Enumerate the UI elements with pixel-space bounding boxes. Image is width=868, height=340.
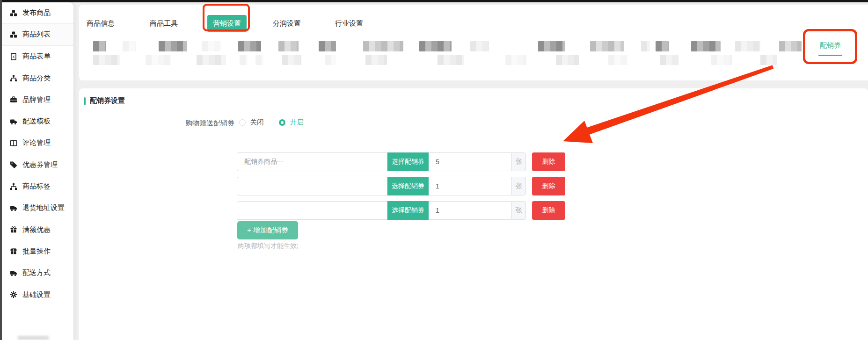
truck-icon [10,204,17,212]
redacted-block [470,41,489,51]
coupon-product-input[interactable] [237,201,387,220]
sidebar-item-label: 满额优惠 [22,225,51,234]
sidebar-item-label: 退货地址设置 [22,203,65,212]
sidebar-item-label: 基础设置 [22,290,51,299]
sidebar-item-label: 配送方式 [22,268,51,277]
qty-unit-suffix: 张 [511,152,526,171]
redacted-block [146,55,171,65]
coupon-qty-input[interactable] [429,152,511,171]
redacted-block [590,41,624,51]
redacted-block [255,55,263,65]
sidebar-item-label: 商品分类 [22,74,51,83]
select-coupon-button[interactable]: 选择配销券 [387,152,429,171]
sidebar-item-7[interactable]: 评论管理 [2,132,73,154]
gift-coupon-radio-group: 关闭开启 [239,118,304,127]
radio-dot[interactable] [239,119,246,126]
coupon-row-2: 选择配销券张删除 [237,177,565,195]
sidebar-item-11[interactable]: 满额优惠 [2,219,73,240]
subtab-peixiaoquan[interactable]: 配销券 [820,41,841,50]
redacted-block [608,55,627,65]
radio-dot[interactable] [279,119,285,126]
coupon-row-3: 选择配销券张删除 [237,201,565,220]
redacted-block [202,41,220,51]
redacted-block [760,55,777,65]
redacted-block [419,41,452,51]
radio-label: 开启 [290,118,304,127]
truck-icon [10,269,17,277]
sidebar-item-label: 批量操作 [22,247,51,256]
redacted-block [438,55,464,65]
sidebar-item-label: 商品标签 [22,182,51,191]
section-title-bar [84,97,86,105]
sidebar-item-9[interactable]: 商品标签 [2,175,73,197]
sidebar-item-2[interactable]: 商品列表 [2,24,73,45]
delete-row-button[interactable]: 删除 [532,201,565,220]
radio-option-off[interactable]: 关闭 [239,118,264,127]
select-coupon-button[interactable]: 选择配销券 [387,177,429,195]
qty-unit-suffix: 张 [511,177,526,195]
tab-3-active[interactable]: 营销设置 [207,15,247,32]
tabs-panel: 商品信息商品工具营销设置分润设置行业设置 配销券 [79,5,868,80]
redacted-block [556,55,579,65]
redacted-block [278,41,299,51]
radio-label: 关闭 [250,118,264,127]
redacted-block [282,55,301,65]
window-top-edge [0,0,868,2]
coupon-qty-input[interactable] [429,177,511,195]
tag-icon [10,161,17,168]
coupon-rows: 选择配销券张删除选择配销券张删除选择配销券张删除 [237,152,565,225]
briefcase-icon [10,96,17,103]
sidebar-item-12[interactable]: 批量操作 [2,240,73,262]
gift-icon [10,247,17,255]
add-coupon-button[interactable]: + 增加配销券 [237,221,298,239]
gift-coupon-label: 购物赠送配销券 [185,119,234,128]
sitemap-icon [10,183,17,190]
sidebar-item-5[interactable]: 品牌管理 [2,89,73,110]
redacted-block [93,41,106,51]
truck-icon [10,118,17,125]
sidebar-item-13[interactable]: 配送方式 [2,262,73,284]
redacted-block [363,41,403,51]
sidebar-item-3[interactable]: x商品表单 [2,46,73,67]
coupon-settings-panel: 配销券设置 购物赠送配销券 关闭开启 选择配销券张删除选择配销券张删除选择配销券… [79,88,868,340]
redacted-block [319,41,336,51]
svg-text:x: x [13,54,15,59]
redacted-block [240,55,248,65]
sidebar: 发布商品商品列表x商品表单商品分类品牌管理配送模板评论管理优惠券管理商品标签退货… [2,2,73,340]
sitemap-icon [10,74,17,82]
qty-unit-suffix: 张 [511,201,526,220]
radio-option-on[interactable]: 开启 [279,118,304,127]
delete-row-button[interactable]: 删除 [532,152,565,171]
coupon-product-input[interactable] [237,152,387,171]
sidebar-item-label: 商品表单 [22,52,51,61]
redacted-block [365,55,387,65]
coupon-product-input[interactable] [237,177,387,195]
sidebar-item-4[interactable]: 商品分类 [2,67,73,89]
gift-icon [10,226,17,233]
tab-4[interactable]: 分润设置 [273,19,301,28]
subtab-active-underline [818,55,842,56]
tab-1[interactable]: 商品信息 [87,19,115,28]
cubes-icon [10,9,17,17]
sidebar-item-label: 发布商品 [22,8,51,17]
tab-5[interactable]: 行业设置 [335,19,363,28]
sidebar-item-6[interactable]: 配送模板 [2,110,73,132]
coupon-qty-input[interactable] [429,201,511,220]
redacted-block [641,41,650,51]
sidebar-item-label: 商品列表 [22,30,51,39]
redacted-block [123,41,136,51]
tab-2[interactable]: 商品工具 [150,19,178,28]
redacted-block [159,41,187,51]
sidebar-cutoff-item [18,336,49,340]
coupon-row-1: 选择配销券张删除 [237,152,565,171]
redacted-block [656,41,669,51]
delete-row-button[interactable]: 删除 [532,177,565,195]
sidebar-item-8[interactable]: 优惠券管理 [2,154,73,175]
columns-icon [10,139,17,147]
select-coupon-button[interactable]: 选择配销券 [387,201,429,220]
redacted-block [660,55,678,65]
sidebar-item-1[interactable]: 发布商品 [2,2,73,24]
sidebar-item-14[interactable]: 基础设置 [2,284,73,305]
sidebar-item-10[interactable]: 退货地址设置 [2,197,73,219]
redacted-block [505,55,526,65]
